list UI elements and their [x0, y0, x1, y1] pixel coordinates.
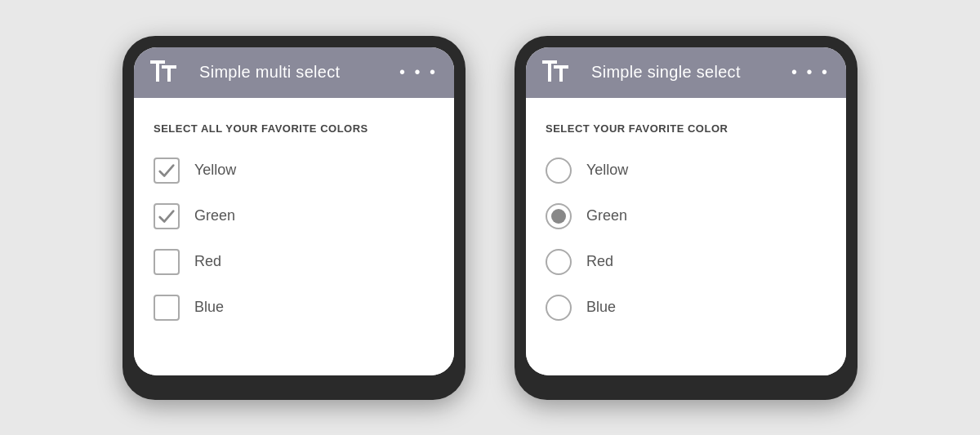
single-option-green[interactable]: Green — [546, 203, 826, 229]
phone-single-select: Simple single select • • • SELECT YOUR F… — [514, 36, 858, 400]
single-label-blue: Blue — [586, 299, 616, 316]
radio-green[interactable] — [546, 203, 572, 229]
app-logo-multi — [150, 60, 186, 85]
single-label-green: Green — [586, 207, 627, 224]
multi-label-red: Red — [194, 253, 221, 270]
phone-header-multi: Simple multi select • • • — [134, 47, 454, 98]
multi-section-title: SELECT ALL YOUR FAVORITE COLORS — [154, 122, 434, 135]
checkbox-green[interactable] — [154, 203, 180, 229]
single-option-yellow[interactable]: Yellow — [546, 158, 826, 184]
multi-option-red[interactable]: Red — [154, 249, 434, 275]
svg-rect-3 — [167, 65, 171, 82]
multi-option-yellow[interactable]: Yellow — [154, 158, 434, 184]
radio-inner-green — [551, 209, 566, 224]
app-logo-single — [542, 60, 578, 85]
phone-title-multi: Simple multi select — [199, 63, 386, 82]
svg-rect-1 — [156, 60, 159, 82]
phone-multi-select: Simple multi select • • • SELECT ALL YOU… — [122, 36, 466, 400]
radio-red[interactable] — [546, 249, 572, 275]
phone-title-single: Simple single select — [591, 63, 778, 82]
single-label-red: Red — [586, 253, 613, 270]
single-option-red[interactable]: Red — [546, 249, 826, 275]
radio-yellow[interactable] — [546, 158, 572, 184]
svg-rect-7 — [559, 65, 563, 82]
checkbox-yellow[interactable] — [154, 158, 180, 184]
checkbox-red[interactable] — [154, 249, 180, 275]
phone-content-single: SELECT YOUR FAVORITE COLOR Yellow Green — [526, 98, 846, 375]
checkbox-blue[interactable] — [154, 295, 180, 321]
multi-label-yellow: Yellow — [194, 162, 236, 179]
phone-dots-multi: • • • — [399, 63, 438, 82]
phone-dots-single: • • • — [791, 63, 830, 82]
single-label-yellow: Yellow — [586, 162, 628, 179]
phone-header-single: Simple single select • • • — [526, 47, 846, 98]
phone-inner-single: Simple single select • • • SELECT YOUR F… — [526, 47, 846, 375]
checkmark-green-icon — [158, 207, 176, 225]
svg-rect-5 — [548, 60, 551, 82]
multi-label-blue: Blue — [194, 299, 224, 316]
checkmark-yellow-icon — [158, 162, 176, 180]
phone-content-multi: SELECT ALL YOUR FAVORITE COLORS Yellow — [134, 98, 454, 375]
single-option-blue[interactable]: Blue — [546, 295, 826, 321]
single-section-title: SELECT YOUR FAVORITE COLOR — [546, 122, 826, 135]
phone-inner-multi: Simple multi select • • • SELECT ALL YOU… — [134, 47, 454, 375]
multi-option-blue[interactable]: Blue — [154, 295, 434, 321]
radio-blue[interactable] — [546, 295, 572, 321]
phones-container: Simple multi select • • • SELECT ALL YOU… — [0, 20, 980, 416]
multi-label-green: Green — [194, 207, 235, 224]
multi-option-green[interactable]: Green — [154, 203, 434, 229]
